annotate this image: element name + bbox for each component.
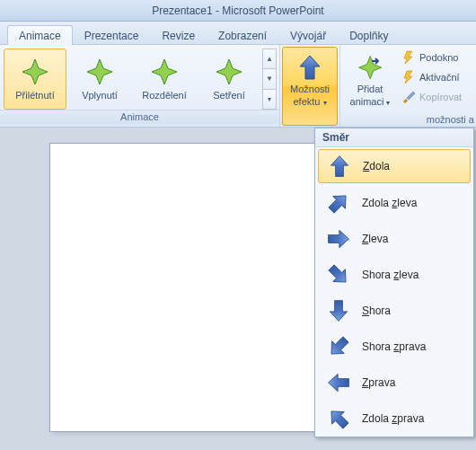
direction-option[interactable]: Shora [315, 293, 473, 329]
ribbon: PřilétnutíVplynutíRozděleníSetření ▲ ▼ ▾… [0, 45, 476, 128]
trigger-cmd[interactable]: Aktivační [401, 70, 462, 84]
star-icon [215, 57, 243, 86]
direction-label: Shora zprava [362, 340, 426, 353]
animation-gallery-item[interactable]: Rozdělení [133, 49, 196, 110]
tab-doplňky[interactable]: Doplňky [338, 25, 400, 45]
ribbon-tab-strip: AnimacePrezentaceRevizeZobrazeníVývojářD… [0, 22, 476, 45]
direction-label: Zdola zleva [362, 197, 417, 209]
direction-arrow-icon [321, 257, 357, 293]
gallery-scroll-up[interactable]: ▲ [262, 49, 277, 69]
gallery-scroll[interactable]: ▲ ▼ ▾ [262, 49, 277, 110]
direction-option[interactable]: Shora zleva [315, 257, 473, 293]
tab-prezentace[interactable]: Prezentace [73, 25, 151, 45]
direction-option[interactable]: Zdola [318, 149, 471, 183]
group-label-advanced-partial: možnosti a [427, 114, 474, 125]
direction-label: Shora zleva [362, 269, 419, 281]
add-animation-icon [356, 53, 384, 82]
effect-options-button[interactable]: Možnosti efektu ▾ [282, 47, 338, 126]
star-icon [150, 57, 179, 86]
star-icon [85, 57, 114, 86]
tab-zobrazení[interactable]: Zobrazení [207, 25, 278, 45]
gallery-item-label: Rozdělení [142, 90, 187, 101]
star-icon [21, 57, 49, 86]
gallery-expand[interactable]: ▾ [262, 90, 277, 110]
direction-label: Zleva [362, 233, 388, 245]
gallery-scroll-down[interactable]: ▼ [262, 69, 277, 89]
effect-options-line1: Možnosti [290, 84, 330, 94]
direction-label: Shora [362, 304, 391, 317]
tab-animace[interactable]: Animace [7, 25, 73, 45]
direction-label: Zprava [362, 376, 395, 389]
direction-arrow-icon [326, 370, 351, 395]
effect-options-dropdown: Směr ZdolaZdola zlevaZlevaShora zlevaSho… [314, 128, 474, 437]
direction-label: Zdola zprava [362, 412, 424, 425]
dropdown-header: Směr [315, 128, 473, 147]
add-animation-line1: Přidat [357, 84, 383, 94]
animation-painter-label: Kopírovat [419, 92, 462, 102]
up-arrow-icon [295, 53, 324, 82]
add-animation-button[interactable]: Přidat animaci ▾ [342, 47, 398, 126]
direction-option[interactable]: Zprava [315, 365, 473, 401]
animation-pane-label: Podokno [419, 52, 458, 63]
direction-option[interactable]: Zdola zleva [315, 185, 473, 221]
animation-pane-cmd[interactable]: Podokno [401, 50, 462, 65]
direction-option[interactable]: Zleva [315, 221, 473, 257]
gallery-item-label: Vplynutí [82, 90, 118, 101]
direction-option[interactable]: Zdola zprava [315, 401, 473, 437]
animation-gallery-item[interactable]: Vplynutí [68, 49, 131, 110]
add-animation-line2: animaci ▾ [350, 96, 391, 107]
window-title: Prezentace1 - Microsoft PowerPoint [0, 0, 476, 22]
direction-arrow-icon [321, 185, 357, 221]
direction-label: Zdola [363, 160, 390, 172]
gallery-item-label: Přilétnutí [15, 90, 54, 101]
tab-vývojář[interactable]: Vývojář [278, 25, 338, 45]
effect-options-line2: efektu ▾ [293, 96, 326, 107]
direction-arrow-icon [326, 226, 351, 251]
animation-gallery-item[interactable]: Setření [198, 49, 260, 110]
direction-arrow-icon [321, 329, 357, 365]
gallery-item-label: Setření [213, 90, 244, 101]
brush-icon [401, 90, 416, 104]
direction-arrow-icon [326, 298, 351, 323]
work-area: Směr ZdolaZdola zlevaZlevaShora zlevaSho… [0, 128, 476, 450]
trigger-label: Aktivační [419, 72, 460, 83]
animation-gallery-item[interactable]: Přilétnutí [4, 49, 66, 110]
direction-option[interactable]: Shora zprava [315, 329, 473, 365]
bolt-icon [401, 50, 416, 65]
tab-revize[interactable]: Revize [150, 25, 207, 45]
slide-canvas[interactable] [50, 144, 320, 431]
bolt-icon [401, 70, 416, 84]
group-label-animation: Animace [0, 110, 279, 124]
animation-painter-cmd: Kopírovat [401, 90, 462, 104]
direction-arrow-icon [321, 401, 357, 437]
direction-arrow-icon [327, 154, 352, 179]
animation-gallery[interactable]: PřilétnutíVplynutíRozděleníSetření [0, 45, 262, 110]
